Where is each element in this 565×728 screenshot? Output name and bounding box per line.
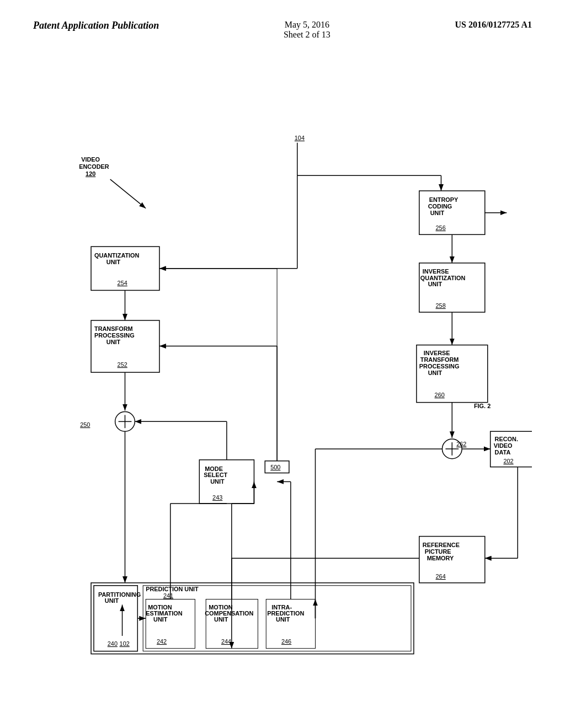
page: Patent Application Publication May 5, 20… <box>0 0 565 728</box>
motion-comp-label2: COMPENSATION <box>205 610 253 617</box>
entropy-number: 256 <box>436 224 446 231</box>
transform-label3: UNIT <box>106 339 121 345</box>
ref-label2: PICTURE <box>425 548 451 555</box>
video-encoder-label2: ENCODER <box>79 163 109 170</box>
publication-label: Patent Application Publication <box>33 20 159 31</box>
inv-transform-label2: TRANSFORM <box>420 356 459 363</box>
prediction-label: PREDICTION UNIT <box>146 586 199 592</box>
header-center: May 5, 2016 Sheet 2 of 13 <box>284 20 331 40</box>
inv-quant-label1: INVERSE <box>423 268 449 275</box>
recon-label2: VIDEO <box>494 442 513 449</box>
mode-select-label1: MODE <box>205 465 223 472</box>
input-102-label: 102 <box>120 640 130 647</box>
header: Patent Application Publication May 5, 20… <box>0 0 565 40</box>
entropy-label3: UNIT <box>430 210 445 216</box>
mode-select-number: 243 <box>212 494 222 501</box>
inv-transform-label4: UNIT <box>428 370 443 376</box>
ref-label3: MEMORY <box>427 555 454 561</box>
figure-label: FIG. 2 <box>474 403 491 409</box>
header-left: Patent Application Publication <box>33 20 159 31</box>
inv-transform-label1: INVERSE <box>424 350 450 356</box>
header-right: US 2016/0127725 A1 <box>455 20 532 30</box>
motion-comp-label3: UNIT <box>214 616 228 623</box>
sum1-label: 250 <box>80 421 90 428</box>
inv-quant-label3: UNIT <box>428 281 443 287</box>
inv-transform-label3: PROCESSING <box>419 363 460 370</box>
intra-pred-number: 246 <box>281 638 291 645</box>
ref-label1: REFERENCE <box>423 542 460 548</box>
partitioning-number: 240 <box>108 640 118 647</box>
video-encoder-number: 120 <box>86 170 95 177</box>
publication-number: US 2016/0127725 A1 <box>455 20 532 29</box>
header-sheet: Sheet 2 of 13 <box>284 30 331 40</box>
intra-pred-label3: UNIT <box>276 616 290 623</box>
motion-comp-number: 244 <box>221 638 231 645</box>
inv-quant-label2: QUANTIZATION <box>420 275 466 281</box>
ref-500-label: 500 <box>270 464 280 470</box>
input-104-label: 104 <box>295 135 305 141</box>
entropy-label1: ENTROPY <box>429 196 459 203</box>
partitioning-label2: UNIT <box>105 597 119 604</box>
motion-est-label3: UNIT <box>153 616 168 623</box>
transform-label2: PROCESSING <box>94 332 135 339</box>
quant-label2: UNIT <box>106 259 121 265</box>
diagram-area: VIDEO ENCODER 120 102 104 ENTROPY CODING… <box>33 66 532 695</box>
header-date: May 5, 2016 <box>284 20 331 30</box>
motion-est-number: 242 <box>157 638 167 645</box>
partitioning-label1: PARTITIONING <box>98 591 141 598</box>
video-encoder-label: VIDEO <box>81 156 100 163</box>
transform-label1: TRANSFORM <box>94 325 133 332</box>
mode-select-label3: UNIT <box>210 478 225 485</box>
mode-select-label2: SELECT <box>204 472 227 478</box>
entropy-label2: CODING <box>428 203 452 210</box>
quant-label1: QUANTIZATION <box>94 252 140 259</box>
inv-transform-number: 260 <box>435 392 445 398</box>
prediction-number: 241 <box>163 592 173 599</box>
quant-number: 254 <box>118 280 127 286</box>
transform-number: 252 <box>118 361 127 368</box>
recon-label1: RECON. <box>495 436 518 442</box>
recon-number: 202 <box>503 458 513 464</box>
ref-number: 264 <box>436 573 446 580</box>
arrow-encoder-diagonal <box>110 179 146 208</box>
sum2-label: 262 <box>456 441 466 447</box>
inv-quant-number: 258 <box>436 302 446 309</box>
figure-2-diagram: VIDEO ENCODER 120 102 104 ENTROPY CODING… <box>33 66 532 695</box>
recon-label3: DATA <box>495 449 511 456</box>
